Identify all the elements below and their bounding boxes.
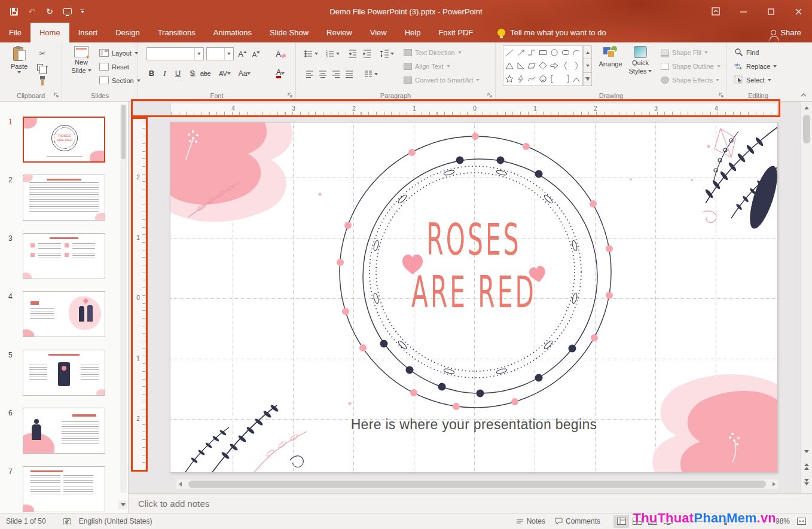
slide-indicator[interactable]: Slide 1 of 50 bbox=[6, 517, 46, 525]
clipboard-dialog-launcher[interactable] bbox=[53, 92, 60, 99]
slide-title-line2[interactable]: ARE RED bbox=[267, 266, 680, 317]
tab-design[interactable]: Design bbox=[106, 23, 148, 42]
spellcheck-icon[interactable] bbox=[63, 518, 72, 525]
text-direction-button[interactable]: Text Direction bbox=[401, 46, 464, 59]
tab-transitions[interactable]: Transitions bbox=[149, 23, 204, 42]
character-spacing-button[interactable]: AV bbox=[216, 67, 234, 79]
save-icon[interactable] bbox=[8, 6, 19, 17]
gallery-down-button[interactable] bbox=[583, 59, 592, 72]
bullets-button[interactable] bbox=[302, 47, 320, 60]
quick-styles-button[interactable]: Quick Styles bbox=[626, 44, 655, 90]
tab-view[interactable]: View bbox=[361, 23, 396, 42]
close-button[interactable] bbox=[784, 0, 812, 23]
line-spacing-button[interactable] bbox=[377, 47, 396, 60]
vertical-scroll-thumb[interactable] bbox=[803, 115, 810, 143]
increase-indent-button[interactable] bbox=[359, 47, 375, 60]
font-name-combo[interactable] bbox=[146, 47, 204, 60]
slide-thumbnail-6[interactable] bbox=[23, 408, 105, 454]
slide-thumbnail-3[interactable] bbox=[23, 233, 105, 279]
justify-button[interactable] bbox=[341, 68, 357, 80]
shape-outline-button[interactable]: Shape Outline bbox=[658, 60, 723, 72]
underline-button[interactable]: U bbox=[172, 67, 184, 79]
numbering-button[interactable]: 123 bbox=[323, 47, 341, 60]
slide-thumbnail-5[interactable] bbox=[23, 350, 105, 396]
new-slide-button[interactable]: New Slide bbox=[67, 44, 96, 90]
section-button[interactable]: Section bbox=[97, 74, 143, 87]
tab-home[interactable]: Home bbox=[30, 23, 69, 42]
collapse-ribbon-icon[interactable] bbox=[800, 92, 807, 99]
scroll-right-icon[interactable] bbox=[773, 482, 776, 487]
customize-qat-icon[interactable] bbox=[80, 10, 84, 13]
reset-button[interactable]: Reset bbox=[97, 60, 132, 73]
select-button[interactable]: Select bbox=[732, 74, 774, 86]
shape-gallery[interactable] bbox=[503, 45, 583, 86]
fit-slide-to-window-button[interactable] bbox=[797, 518, 806, 525]
font-dialog-launcher[interactable] bbox=[287, 92, 294, 99]
increase-font-size-button[interactable]: A bbox=[236, 48, 249, 60]
italic-button[interactable]: I bbox=[158, 67, 171, 79]
slide-canvas[interactable]: ROSES ARE RED Here is where your present… bbox=[170, 123, 777, 472]
replace-button[interactable]: ab Replace bbox=[732, 60, 779, 72]
scroll-down-button[interactable] bbox=[801, 446, 812, 457]
tab-file[interactable]: File bbox=[0, 23, 30, 42]
paragraph-dialog-launcher[interactable] bbox=[487, 92, 493, 99]
next-slide-button[interactable] bbox=[801, 476, 812, 487]
language-indicator[interactable]: English (United States) bbox=[79, 517, 152, 525]
drawing-dialog-launcher[interactable] bbox=[718, 92, 725, 99]
columns-button[interactable] bbox=[362, 68, 380, 80]
normal-view-button[interactable] bbox=[613, 515, 629, 528]
comments-toggle-button[interactable]: Comments bbox=[555, 517, 600, 525]
start-from-beginning-icon[interactable] bbox=[62, 6, 73, 17]
share-button[interactable]: Share bbox=[771, 23, 812, 42]
scroll-up-button[interactable] bbox=[801, 102, 812, 113]
tab-foxit-pdf[interactable]: Foxit PDF bbox=[429, 23, 482, 42]
paste-button[interactable]: Paste bbox=[5, 44, 33, 90]
horizontal-scrollbar[interactable] bbox=[176, 479, 778, 489]
slide-thumbnail-4[interactable] bbox=[23, 291, 105, 337]
convert-to-smartart-button[interactable]: Convert to SmartArt bbox=[401, 74, 482, 86]
thumbnail-scroll-down-button[interactable] bbox=[118, 500, 127, 509]
shape-fill-button[interactable]: Shape Fill bbox=[658, 46, 710, 59]
ribbon-display-options-icon[interactable] bbox=[702, 0, 729, 23]
font-color-button[interactable]: A bbox=[272, 67, 289, 79]
layout-button[interactable]: Layout bbox=[97, 47, 141, 59]
tell-me-box[interactable]: Tell me what you want to do bbox=[497, 23, 606, 42]
change-case-button[interactable]: Aa bbox=[236, 67, 253, 79]
maximize-button[interactable] bbox=[757, 0, 784, 23]
thumbnail-scrollbar[interactable] bbox=[120, 104, 127, 493]
tab-help[interactable]: Help bbox=[396, 23, 430, 42]
slide-thumbnail-2[interactable] bbox=[23, 175, 105, 221]
redo-icon[interactable] bbox=[44, 6, 55, 17]
gallery-up-button[interactable] bbox=[583, 45, 592, 59]
tab-insert[interactable]: Insert bbox=[69, 23, 107, 42]
strikethrough-button[interactable]: abc bbox=[199, 67, 212, 79]
vertical-scrollbar[interactable] bbox=[800, 102, 812, 493]
decrease-indent-button[interactable] bbox=[345, 47, 361, 60]
slide-thumbnail-7[interactable] bbox=[23, 466, 105, 512]
format-painter-button[interactable] bbox=[35, 75, 50, 87]
font-size-combo[interactable] bbox=[206, 47, 234, 60]
gallery-more-button[interactable] bbox=[583, 73, 592, 86]
tab-animations[interactable]: Animations bbox=[204, 23, 261, 42]
copy-button[interactable] bbox=[35, 61, 50, 74]
arrange-button[interactable]: Arrange bbox=[596, 44, 625, 90]
tab-review[interactable]: Review bbox=[318, 23, 361, 42]
bold-button[interactable]: B bbox=[145, 67, 158, 79]
align-text-button[interactable]: Align Text bbox=[401, 60, 453, 72]
tab-slideshow[interactable]: Slide Show bbox=[261, 23, 318, 42]
horizontal-scroll-thumb[interactable] bbox=[188, 481, 766, 488]
clear-formatting-button[interactable]: A bbox=[274, 48, 287, 60]
slide-subtitle[interactable]: Here is where your presentation begins bbox=[170, 417, 777, 433]
notes-toggle-button[interactable]: Notes bbox=[516, 517, 545, 525]
previous-slide-button[interactable] bbox=[801, 461, 812, 472]
undo-icon[interactable] bbox=[26, 6, 37, 17]
slide-title-line1[interactable]: ROSES bbox=[267, 213, 680, 264]
minimize-button[interactable] bbox=[729, 0, 757, 23]
shape-effects-button[interactable]: Shape Effects bbox=[658, 74, 722, 86]
cut-button[interactable] bbox=[35, 47, 50, 60]
find-button[interactable]: Find bbox=[732, 46, 761, 59]
scroll-left-icon[interactable] bbox=[179, 482, 182, 487]
zoom-level[interactable]: 98% bbox=[776, 517, 790, 525]
text-shadow-button[interactable]: S bbox=[186, 67, 199, 79]
decrease-font-size-button[interactable]: A bbox=[250, 48, 262, 60]
